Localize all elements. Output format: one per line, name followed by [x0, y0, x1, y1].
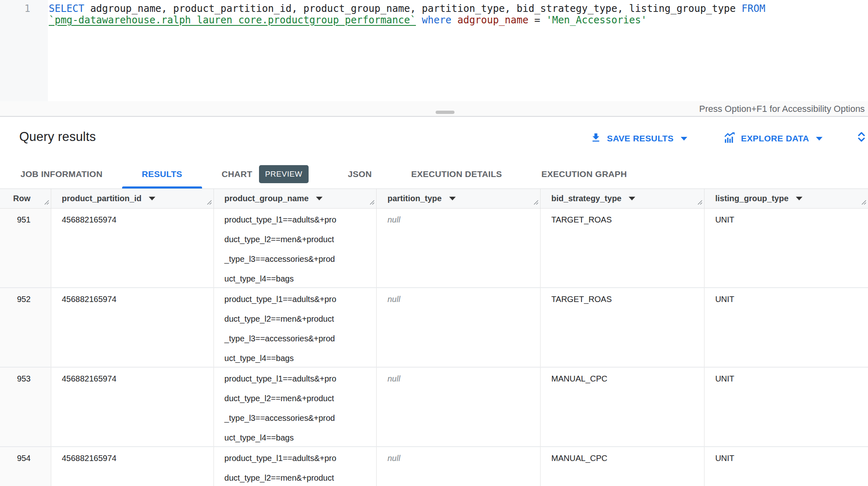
- tab-execution-graph[interactable]: EXECUTION GRAPH: [522, 160, 647, 188]
- tab-json[interactable]: JSON: [328, 160, 391, 188]
- page-title: Query results: [19, 129, 96, 144]
- editor-status-bar: Press Option+F1 for Accessibility Option…: [0, 101, 868, 117]
- column-header-label: partition_type: [387, 194, 441, 203]
- cell-bid-strategy-type: TARGET_ROAS: [541, 209, 704, 287]
- column-header-label: product_group_name: [225, 194, 309, 203]
- column-menu-caret[interactable]: [796, 197, 802, 200]
- product-group-name-line: duct_type_l2==men&+product: [225, 234, 366, 253]
- tab-label: CHART: [222, 169, 252, 179]
- cell-partition-type: null: [377, 288, 541, 367]
- product-group-name-line: uct_type_l4==bags: [225, 432, 366, 446]
- column-header-listing-group-type[interactable]: listing_group_type: [704, 189, 868, 208]
- column-resize-grip[interactable]: [532, 198, 539, 207]
- column-header-product-group-name[interactable]: product_group_name: [214, 189, 377, 208]
- tab-label: EXECUTION GRAPH: [541, 169, 627, 179]
- cell-listing-group-type: UNIT: [704, 288, 868, 367]
- column-resize-grip[interactable]: [43, 198, 50, 207]
- sql-token: adgroup_name: [457, 14, 528, 26]
- sql-token: where: [422, 14, 451, 26]
- panel-resize-handle[interactable]: [436, 111, 454, 114]
- tab-label: JOB INFORMATION: [20, 169, 102, 179]
- product-group-name-line: duct_type_l2==men&+product: [225, 472, 366, 486]
- sql-code-area[interactable]: SELECT adgroup_name, product_partition_i…: [48, 0, 765, 101]
- table-row: 954456882165974product_type_l1==adults&+…: [0, 447, 868, 486]
- column-header-partition-type[interactable]: partition_type: [377, 189, 541, 208]
- explore-data-label: EXPLORE DATA: [741, 134, 809, 143]
- cell-row-number: 954: [0, 447, 51, 486]
- column-resize-grip[interactable]: [368, 198, 375, 207]
- download-icon: [590, 132, 602, 145]
- cell-partition-type: null: [377, 209, 541, 287]
- product-group-name-line: _type_l3==accessories&+prod: [225, 412, 366, 432]
- product-group-name-line: uct_type_l4==bags: [225, 273, 366, 287]
- column-header-bid-strategy-type[interactable]: bid_strategy_type: [541, 189, 704, 208]
- column-menu-caret[interactable]: [316, 197, 323, 200]
- sql-token: 'Men_Accessories': [546, 14, 647, 26]
- tab-results[interactable]: RESULTS: [122, 160, 202, 188]
- sql-token: `pmg-datawarehouse.ralph_lauren_core.pro…: [49, 14, 416, 26]
- explore-data-button[interactable]: EXPLORE DATA: [723, 129, 823, 148]
- chart-icon: [723, 132, 736, 146]
- tab-badge-preview: PREVIEW: [259, 165, 309, 183]
- product-group-name-line: product_type_l1==adults&+pro: [225, 293, 366, 313]
- product-group-name-line: product_type_l1==adults&+pro: [225, 373, 366, 393]
- sql-line-2: `pmg-datawarehouse.ralph_lauren_core.pro…: [49, 14, 765, 26]
- tab-label: JSON: [348, 169, 372, 179]
- sql-token: [416, 14, 422, 26]
- editor-gutter: 1: [0, 0, 48, 101]
- column-menu-caret[interactable]: [149, 197, 155, 200]
- sql-editor[interactable]: 1 SELECT adgroup_name, product_partition…: [0, 0, 868, 101]
- column-menu-caret[interactable]: [629, 197, 635, 200]
- cell-bid-strategy-type: TARGET_ROAS: [541, 288, 704, 367]
- cell-product-partition-id: 456882165974: [51, 209, 214, 287]
- sql-token: FROM: [742, 3, 766, 14]
- query-results-header: Query results SAVE RESULTS EXPLORE DA: [0, 117, 868, 160]
- cell-bid-strategy-type: MANUAL_CPC: [541, 368, 704, 446]
- cell-product-partition-id: 456882165974: [51, 288, 214, 367]
- column-header-product-partition-id[interactable]: product_partition_id: [51, 189, 214, 208]
- cell-row-number: 951: [0, 209, 51, 287]
- column-header-label: Row: [13, 194, 30, 203]
- tab-execution-details[interactable]: EXECUTION DETAILS: [391, 160, 522, 188]
- tab-chart[interactable]: CHARTPREVIEW: [202, 160, 328, 188]
- collapse-results-button[interactable]: [855, 130, 868, 145]
- cell-listing-group-type: UNIT: [704, 209, 868, 287]
- cell-product-group-name: product_type_l1==adults&+product_type_l2…: [214, 288, 377, 367]
- save-results-dropdown-caret: [681, 137, 687, 141]
- column-menu-caret[interactable]: [449, 197, 456, 200]
- cell-product-partition-id: 456882165974: [51, 368, 214, 446]
- product-group-name-line: product_type_l1==adults&+pro: [225, 452, 366, 472]
- cell-row-number: 953: [0, 368, 51, 446]
- product-group-name-line: duct_type_l2==men&+product: [225, 313, 366, 333]
- tab-label: EXECUTION DETAILS: [411, 169, 502, 179]
- sql-token: [452, 14, 457, 26]
- cell-product-partition-id: 456882165974: [51, 447, 214, 486]
- save-results-button[interactable]: SAVE RESULTS: [590, 129, 687, 148]
- cell-partition-type: null: [377, 368, 541, 446]
- sql-token: =: [528, 14, 546, 26]
- product-group-name-line: _type_l3==accessories&+prod: [225, 253, 366, 273]
- sql-token: SELECT: [49, 3, 84, 14]
- cell-listing-group-type: UNIT: [704, 368, 868, 446]
- cell-product-group-name: product_type_l1==adults&+product_type_l2…: [214, 368, 377, 446]
- table-row: 951456882165974product_type_l1==adults&+…: [0, 209, 868, 288]
- product-group-name-line: product_type_l1==adults&+pro: [225, 214, 366, 234]
- column-header-row[interactable]: Row: [0, 189, 51, 208]
- cell-product-group-name: product_type_l1==adults&+product_type_l2…: [214, 447, 377, 486]
- product-group-name-line: duct_type_l2==men&+product: [225, 393, 366, 412]
- cell-partition-type: null: [377, 447, 541, 486]
- tab-job-information[interactable]: JOB INFORMATION: [1, 160, 122, 188]
- bigquery-query-results-screen: 1 SELECT adgroup_name, product_partition…: [0, 0, 868, 486]
- unfold-chevrons-icon: [855, 139, 868, 145]
- accessibility-hint: Press Option+F1 for Accessibility Option…: [699, 101, 865, 116]
- cell-bid-strategy-type: MANUAL_CPC: [541, 447, 704, 486]
- results-table-body: 951456882165974product_type_l1==adults&+…: [0, 209, 868, 486]
- line-number: 1: [0, 3, 48, 14]
- explore-data-dropdown-caret: [816, 137, 823, 141]
- column-resize-grip[interactable]: [206, 198, 212, 207]
- results-table: Rowproduct_partition_idproduct_group_nam…: [0, 189, 868, 486]
- column-resize-grip[interactable]: [696, 198, 703, 207]
- column-header-label: listing_group_type: [715, 194, 788, 203]
- cell-product-group-name: product_type_l1==adults&+product_type_l2…: [214, 209, 377, 287]
- column-resize-grip[interactable]: [860, 198, 867, 207]
